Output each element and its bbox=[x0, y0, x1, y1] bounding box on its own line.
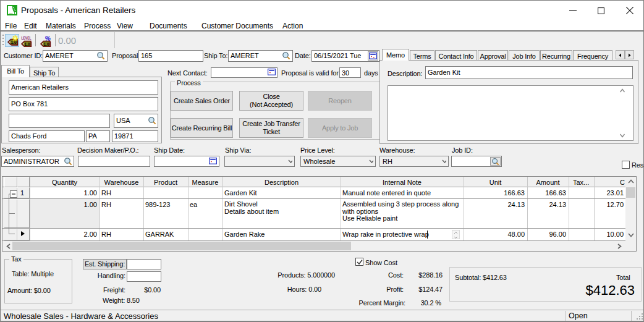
svg-text:1.0: 1.0 bbox=[44, 42, 49, 46]
svg-text:LEVEL: LEVEL bbox=[22, 36, 32, 40]
svg-text:1.0: 1.0 bbox=[11, 40, 17, 44]
svg-text:1.0: 1.0 bbox=[25, 42, 30, 46]
